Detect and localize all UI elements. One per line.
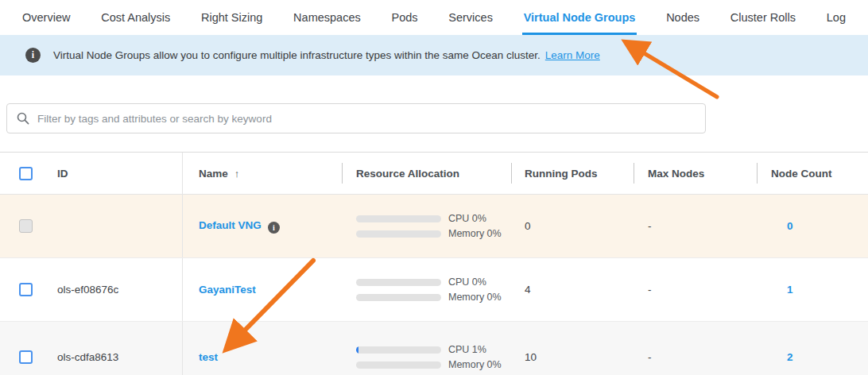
- cpu-bar: [356, 346, 441, 354]
- node-count-link[interactable]: 1: [787, 284, 793, 296]
- table-row-default-vng: Default VNGi CPU 0% Memory 0% 0 - 0: [0, 195, 868, 258]
- cell-id: ols-cdfa8613: [45, 322, 183, 375]
- tab-namespaces[interactable]: Namespaces: [292, 2, 362, 35]
- memory-bar: [356, 294, 441, 301]
- info-icon[interactable]: i: [268, 222, 280, 234]
- column-header-running-pods[interactable]: Running Pods: [511, 168, 634, 180]
- cpu-bar: [356, 215, 441, 222]
- table-row-gayanitest: ols-ef08676c GayaniTest CPU 0% Memory 0%…: [0, 258, 868, 322]
- row-checkbox: [19, 219, 33, 233]
- filter-search-box[interactable]: [6, 103, 706, 133]
- row-checkbox[interactable]: [19, 283, 33, 296]
- row-checkbox[interactable]: [19, 350, 33, 364]
- cell-max-nodes: -: [634, 351, 757, 363]
- search-input[interactable]: [37, 113, 696, 125]
- cpu-bar: [356, 279, 441, 286]
- tab-nodes[interactable]: Nodes: [665, 2, 701, 35]
- cell-id: ols-ef08676c: [45, 258, 183, 321]
- tab-cost-analysis[interactable]: Cost Analysis: [99, 2, 172, 35]
- column-header-id[interactable]: ID: [45, 153, 183, 194]
- cell-max-nodes: -: [634, 220, 757, 232]
- select-all-checkbox[interactable]: [19, 167, 33, 180]
- memory-bar: [356, 361, 441, 369]
- tab-overview[interactable]: Overview: [21, 2, 72, 35]
- cell-running-pods: 4: [511, 284, 634, 296]
- info-icon: i: [25, 48, 41, 63]
- vng-name-link[interactable]: Default VNG: [199, 219, 262, 231]
- search-icon: [17, 112, 29, 125]
- table-row-test: ols-cdfa8613 test CPU 1% Memory 0% 10 - …: [0, 322, 868, 375]
- table-header-row: ID Name↑ Resource Allocation Running Pod…: [0, 153, 868, 195]
- tab-cluster-rolls[interactable]: Cluster Rolls: [729, 2, 797, 35]
- column-header-node-count[interactable]: Node Count: [757, 168, 868, 180]
- node-count-link[interactable]: 0: [787, 220, 793, 232]
- memory-bar: [356, 230, 441, 238]
- vng-name-link[interactable]: test: [199, 351, 218, 363]
- cell-resource-allocation: CPU 1% Memory 0%: [342, 340, 511, 374]
- cell-running-pods: 10: [511, 351, 634, 363]
- column-header-max-nodes[interactable]: Max Nodes: [634, 168, 757, 180]
- learn-more-link[interactable]: Learn More: [545, 49, 600, 61]
- column-header-name[interactable]: Name↑: [183, 168, 342, 180]
- banner-text: Virtual Node Groups allow you to configu…: [53, 49, 541, 61]
- vng-table: ID Name↑ Resource Allocation Running Pod…: [0, 152, 868, 375]
- tab-pods[interactable]: Pods: [389, 2, 419, 35]
- cell-id: [45, 195, 183, 257]
- cell-resource-allocation: CPU 0% Memory 0%: [342, 209, 511, 243]
- tab-log[interactable]: Log: [825, 2, 847, 35]
- info-banner: i Virtual Node Groups allow you to confi…: [0, 35, 868, 75]
- tab-right-sizing[interactable]: Right Sizing: [200, 2, 264, 35]
- node-count-link[interactable]: 2: [787, 351, 793, 363]
- tab-services[interactable]: Services: [447, 2, 494, 35]
- sort-ascending-icon: ↑: [234, 168, 240, 180]
- tab-bar: Overview Cost Analysis Right Sizing Name…: [0, 0, 868, 35]
- cell-max-nodes: -: [634, 284, 757, 296]
- vng-name-link[interactable]: GayaniTest: [199, 284, 256, 296]
- column-header-resource-allocation[interactable]: Resource Allocation: [342, 168, 511, 180]
- tab-virtual-node-groups[interactable]: Virtual Node Groups: [522, 2, 637, 35]
- cell-resource-allocation: CPU 0% Memory 0%: [342, 273, 511, 307]
- cell-running-pods: 0: [511, 220, 634, 232]
